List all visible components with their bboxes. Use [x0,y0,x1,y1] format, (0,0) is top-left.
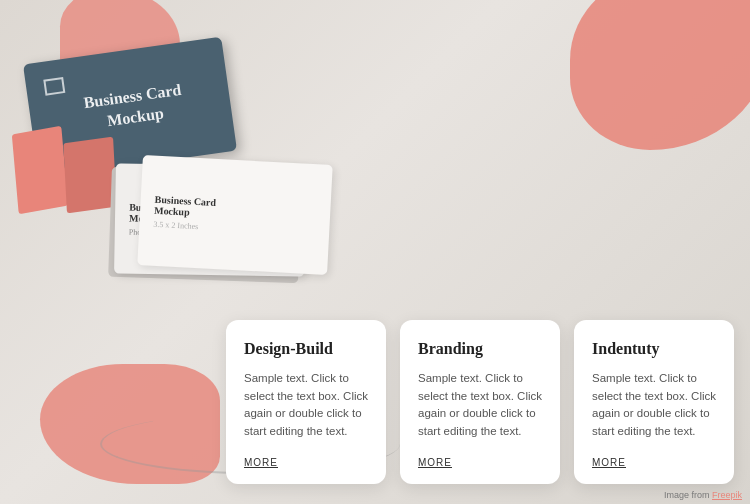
card-3-title: Indentuty [592,340,716,358]
decorative-shape-top-right [570,0,750,150]
business-card-front-1: Business CardMockup 3.5 x 2 Inches [137,155,332,275]
card-icon [43,77,65,96]
info-cards-section: Design-Build Sample text. Click to selec… [210,300,750,504]
card-2-text: Sample text. Click to select the text bo… [418,370,542,441]
info-card-design-build: Design-Build Sample text. Click to selec… [226,320,386,484]
support-block-right [63,137,116,214]
card-1-more-link[interactable]: MORE [244,457,368,468]
card-3-more-link[interactable]: MORE [592,457,716,468]
card-front-1-title: Business CardMockup [154,193,317,223]
info-card-indentuty: Indentuty Sample text. Click to select t… [574,320,734,484]
card-3-text: Sample text. Click to select the text bo… [592,370,716,441]
card-1-title: Design-Build [244,340,368,358]
card-2-more-link[interactable]: MORE [418,457,542,468]
card-back-title: Business CardMockup [82,80,185,135]
info-card-branding: Branding Sample text. Click to select th… [400,320,560,484]
image-credit-link[interactable]: Freepik [712,490,742,500]
card-2-title: Branding [418,340,542,358]
image-credit: Image from Freepik [664,490,742,500]
card-1-text: Sample text. Click to select the text bo… [244,370,368,441]
image-credit-label: Image from [664,490,710,500]
support-block-left [12,126,68,214]
